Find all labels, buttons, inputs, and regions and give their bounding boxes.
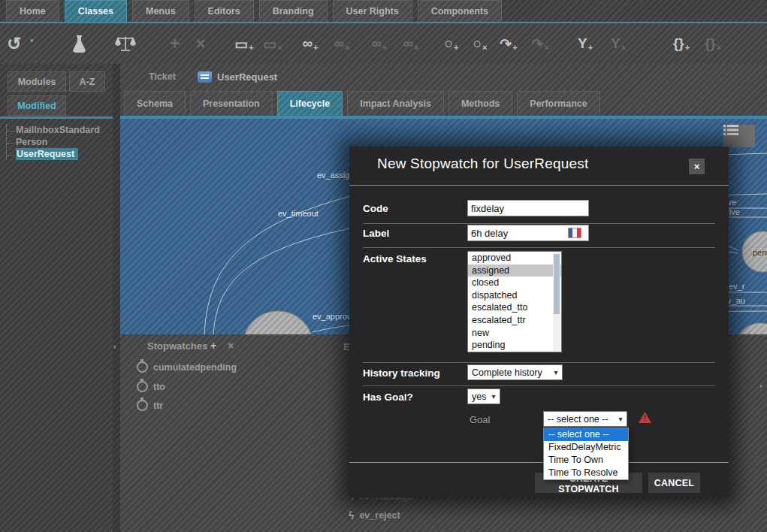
list-view-button[interactable] — [723, 125, 755, 147]
collapse-right-icon[interactable]: › — [759, 381, 762, 390]
stopwatch-item-tto[interactable]: tto — [137, 381, 165, 392]
tab-presentation[interactable]: Presentation — [190, 91, 273, 116]
event-item-ev-reject[interactable]: ϟ ev_reject — [349, 509, 400, 521]
tab-lifecycle[interactable]: Lifecycle — [277, 91, 343, 116]
add-state-icon[interactable]: Y+ — [574, 29, 596, 59]
row-divider — [363, 223, 715, 224]
goal-options-dropdown: -- select one -- FixedDelayMetric Time T… — [543, 428, 629, 480]
scrollbar-thumb[interactable] — [554, 254, 560, 314]
state-option-new[interactable]: new — [468, 327, 561, 340]
add-link-icon[interactable]: ∞+ — [299, 29, 322, 59]
label-state-pending: pending — [753, 248, 767, 257]
delete-class-icon[interactable]: ○× — [469, 29, 491, 59]
compare-scales-icon[interactable] — [114, 29, 137, 59]
dialog-divider — [349, 185, 729, 186]
code-label: Code — [363, 203, 388, 214]
sidebar-tab-modified[interactable]: Modified — [8, 95, 66, 116]
breadcrumb-parent[interactable]: Ticket — [149, 64, 176, 90]
label-ev-timeout: ev_timeout — [278, 209, 319, 218]
tree-item-mailinboxstandard[interactable]: MailInboxStandard — [7, 124, 111, 136]
scrollbar-track[interactable] — [553, 252, 560, 351]
nav-tab-branding[interactable]: Branding — [259, 0, 328, 22]
add-linkset-icon[interactable]: ∞+ — [368, 29, 391, 59]
userrequest-class-icon — [198, 71, 212, 83]
goal-select[interactable]: -- select one -- ▾ — [543, 411, 627, 427]
chevron-down-icon: ▾ — [615, 415, 627, 423]
stopwatch-icon — [137, 361, 148, 373]
has-goal-label: Has Goal? — [363, 391, 413, 403]
goal-option-time-to-own[interactable]: Time To Own — [544, 454, 628, 467]
delete-state-icon[interactable]: Y× — [607, 29, 630, 59]
goal-option-select-one[interactable]: -- select one -- — [544, 428, 628, 441]
code-input[interactable] — [467, 200, 589, 216]
history-tracking-label: History tracking — [363, 367, 440, 379]
chevron-down-icon: ▾ — [550, 368, 562, 376]
tree-item-person[interactable]: Person — [7, 136, 111, 148]
french-flag-icon[interactable] — [568, 228, 581, 238]
lightning-icon: ϟ — [349, 509, 354, 521]
state-option-assigned[interactable]: assigned — [468, 264, 561, 277]
nav-tab-classes[interactable]: Classes — [65, 0, 127, 22]
stopwatch-icon — [137, 381, 148, 392]
delete-linkset-icon[interactable]: ∞× — [400, 29, 422, 59]
breadcrumb: Ticket UserRequest — [120, 64, 767, 90]
delete-transition-icon[interactable]: ↷× — [529, 29, 551, 59]
stopwatch-item-cumulatedpending[interactable]: cumulatedpending — [137, 361, 237, 373]
delete-link-icon[interactable]: ∞× — [331, 29, 353, 59]
sidebar-splitter[interactable]: ‹ — [113, 64, 120, 532]
nav-tab-user-rights[interactable]: User Rights — [333, 0, 412, 22]
nav-tab-menus[interactable]: Menus — [132, 0, 189, 22]
has-goal-select[interactable]: yes ▾ — [467, 388, 500, 404]
list-icon — [723, 125, 738, 135]
add-transition-icon[interactable]: ↷+ — [497, 29, 520, 59]
state-node[interactable] — [243, 311, 313, 334]
state-option-pending[interactable]: pending — [468, 339, 561, 352]
delete-field-icon[interactable]: ▭× — [261, 29, 284, 59]
state-option-dispatched[interactable]: dispatched — [468, 289, 561, 302]
top-nav: Home Classes Menus Editors Branding User… — [0, 0, 767, 22]
goal-option-fixeddelaymetric[interactable]: FixedDelayMetric — [544, 441, 628, 454]
label-label: Label — [363, 228, 389, 239]
tab-schema[interactable]: Schema — [124, 91, 186, 116]
tab-impact-analysis[interactable]: Impact Analysis — [347, 91, 444, 116]
delete-method-icon[interactable]: {}× — [702, 29, 724, 59]
undo-menu-icon[interactable]: ▾ — [30, 37, 34, 44]
history-tracking-select[interactable]: Complete history ▾ — [467, 364, 563, 380]
nav-accent-line — [0, 22, 767, 23]
state-option-escalated-tto[interactable]: escalated_tto — [468, 301, 561, 314]
state-node-bottom[interactable] — [736, 323, 767, 334]
tab-performance[interactable]: Performance — [517, 91, 599, 116]
dialog-title: New Stopwatch for UserRequest — [377, 156, 588, 172]
close-icon[interactable]: × — [689, 159, 705, 174]
active-states-listbox[interactable]: approved assigned closed dispatched esca… — [467, 251, 562, 352]
sidebar-tab-a-z[interactable]: A-Z — [69, 71, 105, 92]
label-frag-ev-r: ev_r — [729, 282, 745, 291]
state-option-escalated-ttr[interactable]: escalated_ttr — [468, 314, 561, 327]
nav-tab-home[interactable]: Home — [6, 0, 59, 22]
stopwatch-item-ttr[interactable]: ttr — [137, 400, 163, 411]
tab-methods[interactable]: Methods — [448, 91, 512, 116]
class-tabs: Schema Presentation Lifecycle Impact Ana… — [120, 90, 767, 116]
row-divider — [363, 362, 715, 363]
test-flask-icon[interactable] — [68, 29, 90, 59]
cancel-button[interactable]: CANCEL — [648, 473, 700, 493]
nav-tab-components[interactable]: Components — [418, 0, 502, 22]
undo-icon[interactable]: ↺ — [3, 29, 26, 59]
state-option-approved[interactable]: approved — [468, 252, 561, 264]
add-field-icon[interactable]: ▭+ — [233, 29, 255, 59]
nav-tab-editors[interactable]: Editors — [195, 0, 254, 22]
add-method-icon[interactable]: {}+ — [670, 29, 693, 59]
chevron-down-icon: ▾ — [488, 392, 500, 401]
sidebar-tab-modules[interactable]: Modules — [8, 71, 66, 92]
add-class-icon[interactable]: ○+ — [440, 29, 463, 59]
footer-divider — [349, 462, 729, 463]
add-icon[interactable]: + — [164, 29, 186, 59]
add-stopwatch-icon[interactable]: + — [210, 340, 216, 352]
active-states-label: Active States — [363, 253, 427, 264]
collapse-left-icon[interactable]: ‹ — [113, 342, 116, 351]
delete-icon[interactable]: × — [189, 29, 212, 59]
goal-option-time-to-resolve[interactable]: Time To Resolve — [544, 467, 628, 479]
state-option-closed[interactable]: closed — [468, 277, 561, 289]
tree-item-userrequest[interactable]: UserRequest — [7, 148, 111, 160]
delete-stopwatch-icon[interactable]: × — [228, 340, 234, 352]
